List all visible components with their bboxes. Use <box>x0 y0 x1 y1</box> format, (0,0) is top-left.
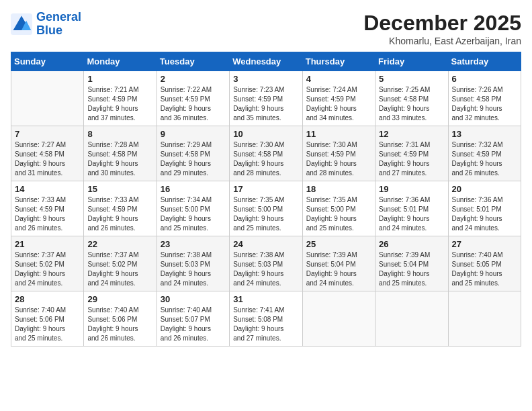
day-info: Sunrise: 7:40 AM Sunset: 5:07 PM Dayligh… <box>161 306 226 343</box>
day-header-tuesday: Tuesday <box>157 52 229 71</box>
calendar-cell: 16Sunrise: 7:34 AM Sunset: 5:00 PM Dayli… <box>157 181 229 236</box>
day-number: 20 <box>452 184 517 194</box>
calendar-cell: 28Sunrise: 7:40 AM Sunset: 5:06 PM Dayli… <box>11 291 84 347</box>
week-row-5: 28Sunrise: 7:40 AM Sunset: 5:06 PM Dayli… <box>11 291 521 347</box>
logo-text: General Blue <box>36 11 81 38</box>
day-header-sunday: Sunday <box>11 52 84 71</box>
day-number: 28 <box>15 294 80 304</box>
day-number: 17 <box>233 184 298 194</box>
day-info: Sunrise: 7:36 AM Sunset: 5:01 PM Dayligh… <box>379 195 444 233</box>
day-number: 9 <box>161 129 226 139</box>
day-info: Sunrise: 7:30 AM Sunset: 4:58 PM Dayligh… <box>233 140 298 178</box>
day-number: 19 <box>379 184 444 194</box>
calendar-cell: 24Sunrise: 7:38 AM Sunset: 5:03 PM Dayli… <box>230 236 302 291</box>
calendar-cell: 1Sunrise: 7:21 AM Sunset: 4:59 PM Daylig… <box>84 71 157 126</box>
day-number: 4 <box>306 74 371 84</box>
day-info: Sunrise: 7:24 AM Sunset: 4:59 PM Dayligh… <box>306 85 371 123</box>
day-number: 2 <box>161 74 226 84</box>
day-number: 1 <box>87 74 152 84</box>
day-info: Sunrise: 7:27 AM Sunset: 4:58 PM Dayligh… <box>15 140 80 178</box>
calendar-cell <box>375 291 448 347</box>
calendar-cell: 27Sunrise: 7:40 AM Sunset: 5:05 PM Dayli… <box>448 236 521 291</box>
calendar-cell: 8Sunrise: 7:28 AM Sunset: 4:58 PM Daylig… <box>84 126 157 181</box>
calendar-cell: 18Sunrise: 7:35 AM Sunset: 5:00 PM Dayli… <box>302 181 375 236</box>
calendar-cell: 20Sunrise: 7:36 AM Sunset: 5:01 PM Dayli… <box>448 181 521 236</box>
day-info: Sunrise: 7:37 AM Sunset: 5:02 PM Dayligh… <box>87 250 152 288</box>
day-number: 13 <box>452 129 517 139</box>
calendar-cell: 6Sunrise: 7:26 AM Sunset: 4:58 PM Daylig… <box>448 71 521 126</box>
calendar-cell: 2Sunrise: 7:22 AM Sunset: 4:59 PM Daylig… <box>157 71 229 126</box>
calendar-cell: 22Sunrise: 7:37 AM Sunset: 5:02 PM Dayli… <box>84 236 157 291</box>
day-number: 10 <box>233 129 298 139</box>
day-number: 30 <box>161 294 226 304</box>
day-number: 5 <box>379 74 444 84</box>
calendar-header-row: SundayMondayTuesdayWednesdayThursdayFrid… <box>11 52 521 71</box>
week-row-3: 14Sunrise: 7:33 AM Sunset: 4:59 PM Dayli… <box>11 181 521 236</box>
day-info: Sunrise: 7:38 AM Sunset: 5:03 PM Dayligh… <box>161 250 226 288</box>
day-number: 3 <box>233 74 298 84</box>
calendar-cell: 17Sunrise: 7:35 AM Sunset: 5:00 PM Dayli… <box>230 181 302 236</box>
day-number: 6 <box>452 74 517 84</box>
week-row-2: 7Sunrise: 7:27 AM Sunset: 4:58 PM Daylig… <box>11 126 521 181</box>
calendar-cell: 25Sunrise: 7:39 AM Sunset: 5:04 PM Dayli… <box>302 236 375 291</box>
day-info: Sunrise: 7:35 AM Sunset: 5:00 PM Dayligh… <box>306 195 371 233</box>
calendar-cell: 19Sunrise: 7:36 AM Sunset: 5:01 PM Dayli… <box>375 181 448 236</box>
calendar-cell: 15Sunrise: 7:33 AM Sunset: 4:59 PM Dayli… <box>84 181 157 236</box>
calendar-cell: 3Sunrise: 7:23 AM Sunset: 4:59 PM Daylig… <box>230 71 302 126</box>
logo-icon <box>11 13 32 35</box>
logo-line1: General <box>36 10 81 24</box>
calendar-cell: 9Sunrise: 7:29 AM Sunset: 4:58 PM Daylig… <box>157 126 229 181</box>
day-number: 22 <box>87 239 152 249</box>
day-number: 26 <box>379 239 444 249</box>
day-number: 21 <box>15 239 80 249</box>
day-info: Sunrise: 7:39 AM Sunset: 5:04 PM Dayligh… <box>306 250 371 288</box>
day-number: 14 <box>15 184 80 194</box>
day-info: Sunrise: 7:37 AM Sunset: 5:02 PM Dayligh… <box>15 250 80 288</box>
calendar-cell: 21Sunrise: 7:37 AM Sunset: 5:02 PM Dayli… <box>11 236 84 291</box>
day-info: Sunrise: 7:40 AM Sunset: 5:06 PM Dayligh… <box>15 306 80 343</box>
calendar-cell: 26Sunrise: 7:39 AM Sunset: 5:04 PM Dayli… <box>375 236 448 291</box>
logo-line2: Blue <box>36 24 62 37</box>
day-info: Sunrise: 7:31 AM Sunset: 4:59 PM Dayligh… <box>379 140 444 178</box>
calendar: SundayMondayTuesdayWednesdayThursdayFrid… <box>11 52 521 347</box>
calendar-cell: 4Sunrise: 7:24 AM Sunset: 4:59 PM Daylig… <box>302 71 375 126</box>
calendar-cell <box>302 291 375 347</box>
calendar-cell: 23Sunrise: 7:38 AM Sunset: 5:03 PM Dayli… <box>157 236 229 291</box>
day-info: Sunrise: 7:25 AM Sunset: 4:58 PM Dayligh… <box>379 85 444 123</box>
day-info: Sunrise: 7:22 AM Sunset: 4:59 PM Dayligh… <box>161 85 226 123</box>
day-info: Sunrise: 7:40 AM Sunset: 5:05 PM Dayligh… <box>452 250 517 288</box>
calendar-cell: 12Sunrise: 7:31 AM Sunset: 4:59 PM Dayli… <box>375 126 448 181</box>
day-info: Sunrise: 7:38 AM Sunset: 5:03 PM Dayligh… <box>233 250 298 288</box>
day-info: Sunrise: 7:32 AM Sunset: 4:59 PM Dayligh… <box>452 140 517 178</box>
calendar-cell: 14Sunrise: 7:33 AM Sunset: 4:59 PM Dayli… <box>11 181 84 236</box>
month-title: December 2025 <box>363 11 521 36</box>
day-number: 7 <box>15 129 80 139</box>
day-info: Sunrise: 7:34 AM Sunset: 5:00 PM Dayligh… <box>161 195 226 233</box>
calendar-cell: 10Sunrise: 7:30 AM Sunset: 4:58 PM Dayli… <box>230 126 302 181</box>
day-info: Sunrise: 7:39 AM Sunset: 5:04 PM Dayligh… <box>379 250 444 288</box>
day-info: Sunrise: 7:29 AM Sunset: 4:58 PM Dayligh… <box>161 140 226 178</box>
calendar-cell: 11Sunrise: 7:30 AM Sunset: 4:59 PM Dayli… <box>302 126 375 181</box>
day-info: Sunrise: 7:30 AM Sunset: 4:59 PM Dayligh… <box>306 140 371 178</box>
calendar-cell: 30Sunrise: 7:40 AM Sunset: 5:07 PM Dayli… <box>157 291 229 347</box>
day-number: 31 <box>233 294 298 304</box>
day-number: 11 <box>306 129 371 139</box>
calendar-cell <box>448 291 521 347</box>
day-number: 24 <box>233 239 298 249</box>
calendar-cell: 31Sunrise: 7:41 AM Sunset: 5:08 PM Dayli… <box>230 291 302 347</box>
day-info: Sunrise: 7:40 AM Sunset: 5:06 PM Dayligh… <box>87 306 152 343</box>
day-info: Sunrise: 7:21 AM Sunset: 4:59 PM Dayligh… <box>87 85 152 123</box>
week-row-1: 1Sunrise: 7:21 AM Sunset: 4:59 PM Daylig… <box>11 71 521 126</box>
day-info: Sunrise: 7:35 AM Sunset: 5:00 PM Dayligh… <box>233 195 298 233</box>
day-number: 29 <box>87 294 152 304</box>
calendar-cell: 7Sunrise: 7:27 AM Sunset: 4:58 PM Daylig… <box>11 126 84 181</box>
day-header-wednesday: Wednesday <box>230 52 302 71</box>
day-number: 25 <box>306 239 371 249</box>
day-number: 8 <box>87 129 152 139</box>
day-info: Sunrise: 7:23 AM Sunset: 4:59 PM Dayligh… <box>233 85 298 123</box>
day-header-monday: Monday <box>84 52 157 71</box>
day-info: Sunrise: 7:33 AM Sunset: 4:59 PM Dayligh… <box>87 195 152 233</box>
calendar-cell: 13Sunrise: 7:32 AM Sunset: 4:59 PM Dayli… <box>448 126 521 181</box>
day-header-friday: Friday <box>375 52 448 71</box>
day-info: Sunrise: 7:36 AM Sunset: 5:01 PM Dayligh… <box>452 195 517 233</box>
